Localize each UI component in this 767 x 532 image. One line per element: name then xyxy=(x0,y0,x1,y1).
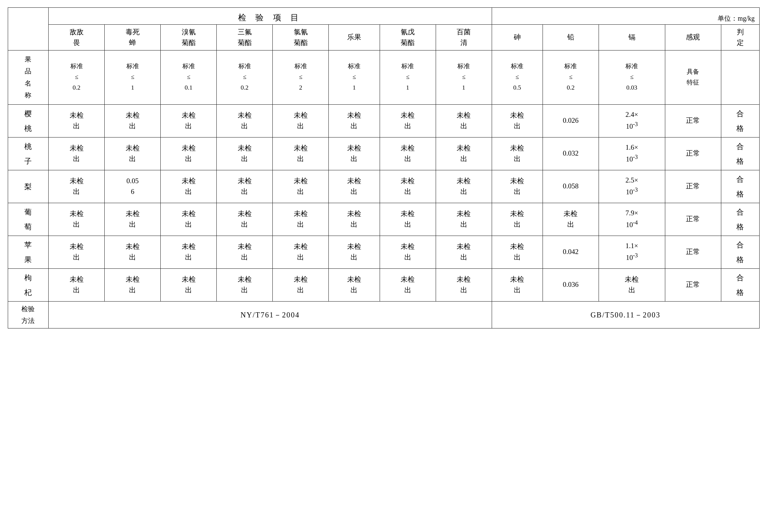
std-leguo: 标准≤1 xyxy=(329,51,380,105)
table-row: 桃子 未检出 未检出 未检出 未检出 未检出 未检出 未检出 未检出 未检出 0… xyxy=(8,137,759,170)
footer-row: 检验 方法 NY/T761－2004 GB/T500.11－2003 xyxy=(8,301,759,328)
fruit-col-label: 果品名称 xyxy=(8,51,49,105)
col-header-ge: 镉 xyxy=(599,25,665,51)
cell-gouqi-leguo: 未检出 xyxy=(329,268,380,301)
std-msi: 标准≤1 xyxy=(105,51,161,105)
col-header-baifu: 百菌清 xyxy=(436,25,492,51)
table-row: 枸杞 未检出 未检出 未检出 未检出 未检出 未检出 未检出 未检出 未检出 0… xyxy=(8,268,759,301)
cell-yingtao-boju: 未检出 xyxy=(161,104,217,137)
cell-yingtao-baifu: 未检出 xyxy=(436,104,492,137)
fruit-name-yingtao: 樱桃 xyxy=(8,104,49,137)
data-table: 检 验 项 目 单位：mg/kg 敌敌畏 毒死蝉 溴氰菊酯 三氟菊酯 氯氰菊酯 … xyxy=(8,7,760,328)
fruit-name-pingguo: 苹果 xyxy=(8,236,49,268)
cell-li-qian: 0.058 xyxy=(543,170,599,203)
cell-putao-didi: 未检出 xyxy=(49,203,105,236)
cell-yingtao-sanfu: 未检出 xyxy=(217,104,273,137)
section-title: 检 验 项 目 xyxy=(49,8,492,25)
cell-putao-sanfu: 未检出 xyxy=(217,203,273,236)
std-panding xyxy=(721,51,759,105)
cell-pingguo-ganjue: 正常 xyxy=(665,236,721,268)
cell-taozi-ganjue: 正常 xyxy=(665,137,721,170)
fruit-name-gouqi: 枸杞 xyxy=(8,268,49,301)
cell-yingtao-msi: 未检出 xyxy=(105,104,161,137)
cell-yingtao-qingwu: 未检出 xyxy=(380,104,436,137)
col-headers-row: 敌敌畏 毒死蝉 溴氰菊酯 三氟菊酯 氯氰菊酯 乐果 氰戊菊酯 百菌清 砷 铅 镉… xyxy=(8,25,759,51)
cell-gouqi-baifu: 未检出 xyxy=(436,268,492,301)
cell-gouqi-boju: 未检出 xyxy=(161,268,217,301)
cell-pingguo-boju: 未检出 xyxy=(161,236,217,268)
fruit-col-header-top xyxy=(8,8,49,51)
footer-method1: NY/T761－2004 xyxy=(49,301,492,328)
cell-yingtao-leguo: 未检出 xyxy=(329,104,380,137)
cell-yingtao-panding: 合格 xyxy=(721,104,759,137)
cell-putao-leguo: 未检出 xyxy=(329,203,380,236)
col-header-sanfu: 三氟菊酯 xyxy=(217,25,273,51)
table-row: 葡萄 未检出 未检出 未检出 未检出 未检出 未检出 未检出 未检出 未检出 未… xyxy=(8,203,759,236)
cell-putao-baifu: 未检出 xyxy=(436,203,492,236)
cell-pingguo-shen: 未检出 xyxy=(492,236,543,268)
cell-li-shen: 未检出 xyxy=(492,170,543,203)
std-ganjue: 具备特征 xyxy=(665,51,721,105)
col-header-msi: 毒死蝉 xyxy=(105,25,161,51)
cell-putao-boju: 未检出 xyxy=(161,203,217,236)
cell-li-panding: 合格 xyxy=(721,170,759,203)
cell-gouqi-shen: 未检出 xyxy=(492,268,543,301)
cell-yingtao-qian: 0.026 xyxy=(543,104,599,137)
cell-taozi-lvfu: 未检出 xyxy=(273,137,329,170)
cell-taozi-qian: 0.032 xyxy=(543,137,599,170)
cell-putao-qingwu: 未检出 xyxy=(380,203,436,236)
cell-pingguo-lvfu: 未检出 xyxy=(273,236,329,268)
cell-putao-qian: 未检出 xyxy=(543,203,599,236)
fruit-name-putao: 葡萄 xyxy=(8,203,49,236)
col-header-qingwu: 氰戊菊酯 xyxy=(380,25,436,51)
cell-pingguo-leguo: 未检出 xyxy=(329,236,380,268)
cell-taozi-didi: 未检出 xyxy=(49,137,105,170)
cell-li-ganjue: 正常 xyxy=(665,170,721,203)
cell-li-lvfu: 未检出 xyxy=(273,170,329,203)
col-header-qian: 铅 xyxy=(543,25,599,51)
cell-taozi-shen: 未检出 xyxy=(492,137,543,170)
std-lvfu: 标准≤2 xyxy=(273,51,329,105)
table-row: 梨 未检出 0.056 未检出 未检出 未检出 未检出 未检出 未检出 未检出 … xyxy=(8,170,759,203)
cell-li-didi: 未检出 xyxy=(49,170,105,203)
cell-li-qingwu: 未检出 xyxy=(380,170,436,203)
cell-putao-panding: 合格 xyxy=(721,203,759,236)
col-header-panding: 判定 xyxy=(721,25,759,51)
col-header-lvfu: 氯氰菊酯 xyxy=(273,25,329,51)
cell-taozi-sanfu: 未检出 xyxy=(217,137,273,170)
cell-li-leguo: 未检出 xyxy=(329,170,380,203)
cell-li-baifu: 未检出 xyxy=(436,170,492,203)
standards-row: 果品名称 标准≤0.2 标准≤1 标准≤0.1 标准≤0.2 标准≤2 标准≤1… xyxy=(8,51,759,105)
cell-yingtao-didi: 未检出 xyxy=(49,104,105,137)
std-boju: 标准≤0.1 xyxy=(161,51,217,105)
cell-putao-shen: 未检出 xyxy=(492,203,543,236)
cell-taozi-msi: 未检出 xyxy=(105,137,161,170)
footer-method2: GB/T500.11－2003 xyxy=(492,301,759,328)
cell-gouqi-msi: 未检出 xyxy=(105,268,161,301)
col-header-didi: 敌敌畏 xyxy=(49,25,105,51)
table-row: 苹果 未检出 未检出 未检出 未检出 未检出 未检出 未检出 未检出 未检出 0… xyxy=(8,236,759,268)
std-didi: 标准≤0.2 xyxy=(49,51,105,105)
cell-taozi-leguo: 未检出 xyxy=(329,137,380,170)
cell-pingguo-qian: 0.042 xyxy=(543,236,599,268)
cell-pingguo-qingwu: 未检出 xyxy=(380,236,436,268)
cell-putao-ganjue: 正常 xyxy=(665,203,721,236)
cell-yingtao-shen: 未检出 xyxy=(492,104,543,137)
cell-yingtao-ganjue: 正常 xyxy=(665,104,721,137)
cell-yingtao-ge: 2.4×10-3 xyxy=(599,104,665,137)
cell-pingguo-didi: 未检出 xyxy=(49,236,105,268)
std-shen: 标准≤0.5 xyxy=(492,51,543,105)
cell-gouqi-didi: 未检出 xyxy=(49,268,105,301)
cell-taozi-panding: 合格 xyxy=(721,137,759,170)
cell-gouqi-ge: 未检出 xyxy=(599,268,665,301)
section-title-row: 检 验 项 目 单位：mg/kg xyxy=(8,8,759,25)
cell-putao-lvfu: 未检出 xyxy=(273,203,329,236)
std-qingwu: 标准≤1 xyxy=(380,51,436,105)
table-row: 樱桃 未检出 未检出 未检出 未检出 未检出 未检出 未检出 未检出 未检出 0… xyxy=(8,104,759,137)
cell-putao-msi: 未检出 xyxy=(105,203,161,236)
cell-taozi-qingwu: 未检出 xyxy=(380,137,436,170)
cell-taozi-ge: 1.6×10-3 xyxy=(599,137,665,170)
cell-yingtao-lvfu: 未检出 xyxy=(273,104,329,137)
std-baifu: 标准≤1 xyxy=(436,51,492,105)
cell-gouqi-sanfu: 未检出 xyxy=(217,268,273,301)
